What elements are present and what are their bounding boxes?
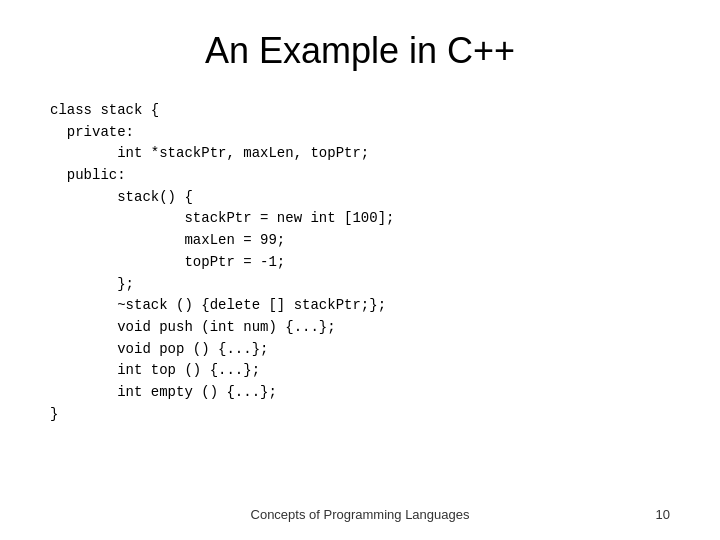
footer-page: 10 — [656, 507, 670, 522]
footer-text: Concepts of Programming Languages — [251, 507, 470, 522]
slide-title: An Example in C++ — [50, 30, 670, 72]
slide: An Example in C++ class stack { private:… — [0, 0, 720, 540]
footer: Concepts of Programming Languages 10 — [0, 507, 720, 522]
code-block: class stack { private: int *stackPtr, ma… — [50, 100, 670, 425]
